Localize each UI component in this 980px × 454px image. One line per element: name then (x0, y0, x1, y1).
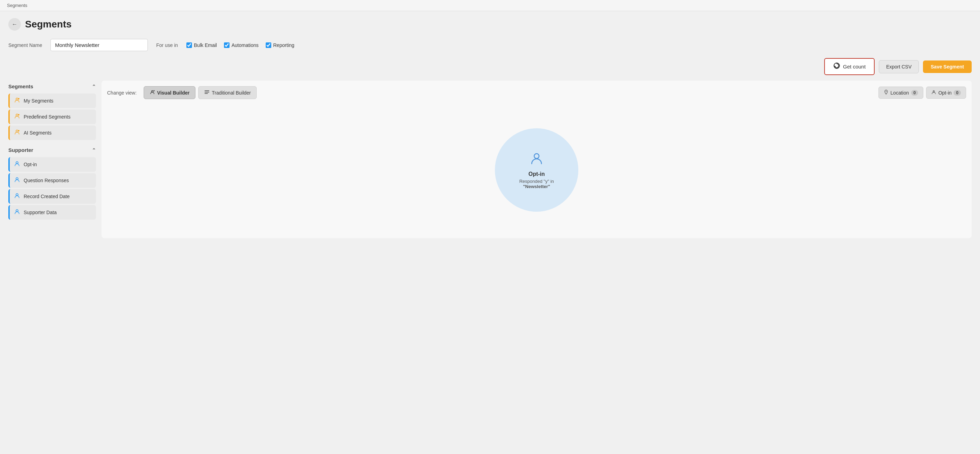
bulk-email-check[interactable] (186, 43, 192, 48)
optin-badge-icon (931, 90, 936, 95)
location-count: 0 (911, 90, 918, 95)
sidebar: Segments ⌃ My Segments (8, 81, 99, 238)
traditional-builder-icon (204, 89, 210, 96)
view-toggle-row: Change view: Visual Builder (107, 86, 966, 99)
sidebar-section-supporter: Supporter ⌃ (8, 146, 96, 154)
sidebar-item-question-responses-label: Question Responses (24, 178, 69, 183)
action-row: Get count Export CSV Save Segment (8, 58, 972, 75)
sidebar-item-question-responses[interactable]: Question Responses (8, 173, 96, 188)
location-label: Location (891, 90, 909, 95)
sidebar-item-my-segments[interactable]: My Segments (8, 94, 96, 108)
traditional-builder-button[interactable]: Traditional Builder (198, 86, 257, 99)
view-buttons: Visual Builder Traditional Builder (144, 86, 257, 99)
visual-builder-icon (150, 89, 155, 96)
automations-checkbox[interactable]: Automations (224, 43, 259, 48)
back-button[interactable]: ← (8, 18, 21, 30)
breadcrumb-segments: Segments (7, 3, 27, 8)
reporting-label: Reporting (274, 43, 294, 48)
visual-builder-label: Visual Builder (157, 90, 189, 95)
sidebar-item-record-created-date[interactable]: Record Created Date (8, 189, 96, 204)
sidebar-item-opt-in-label: Opt-in (24, 162, 37, 167)
layout-row: Segments ⌃ My Segments (8, 81, 972, 238)
export-csv-button[interactable]: Export CSV (879, 60, 919, 73)
bulk-email-checkbox[interactable]: Bulk Email (186, 43, 217, 48)
svg-point-8 (16, 178, 18, 180)
my-segments-icon (14, 97, 20, 105)
sidebar-item-opt-in[interactable]: Opt-in (8, 157, 96, 172)
sidebar-item-record-created-date-label: Record Created Date (24, 194, 70, 199)
optin-badge-label: Opt-in (938, 90, 951, 95)
optin-circle-icon (530, 151, 544, 168)
opt-in-icon (14, 160, 20, 168)
segment-name-input[interactable] (51, 39, 148, 51)
svg-point-7 (16, 162, 18, 164)
svg-point-10 (16, 210, 18, 212)
main-area: Change view: Visual Builder (102, 81, 972, 238)
view-toggle-left: Change view: Visual Builder (107, 86, 257, 99)
sidebar-item-my-segments-label: My Segments (24, 98, 54, 103)
ai-segments-icon (14, 129, 20, 137)
refresh-icon (833, 62, 840, 71)
sidebar-section-segments-title: Segments (8, 83, 33, 89)
svg-point-1 (16, 98, 18, 100)
svg-point-9 (16, 194, 18, 196)
svg-point-18 (534, 154, 539, 159)
sidebar-section-supporter-title: Supporter (8, 147, 33, 153)
location-filter-badge[interactable]: Location 0 (878, 87, 924, 99)
reporting-checkbox[interactable]: Reporting (266, 43, 294, 48)
page-title-row: ← Segments (8, 18, 972, 30)
svg-point-16 (885, 91, 886, 92)
predefined-segments-icon (14, 113, 20, 121)
filter-badges: Location 0 Opt-in 0 (878, 87, 966, 99)
page-header-bar: Segments (0, 0, 980, 11)
segment-config-row: Segment Name For use in Bulk Email Autom… (8, 39, 972, 51)
sidebar-item-ai-segments[interactable]: AI Segments (8, 125, 96, 140)
reporting-check[interactable] (266, 43, 271, 48)
automations-label: Automations (232, 43, 259, 48)
svg-point-17 (933, 91, 934, 92)
svg-point-6 (18, 130, 19, 132)
get-count-label: Get count (843, 63, 865, 70)
checkboxes-row: Bulk Email Automations Reporting (186, 43, 294, 48)
optin-circle-title: Opt-in (528, 171, 545, 177)
optin-filter-badge[interactable]: Opt-in 0 (926, 87, 966, 99)
location-icon (884, 90, 889, 95)
svg-point-3 (16, 114, 18, 116)
svg-point-2 (18, 98, 19, 99)
svg-point-5 (16, 130, 18, 132)
visual-builder-canvas: Opt-in Responded "y" in "Newsletter" (107, 108, 966, 233)
optin-circle-desc: Responded "y" in "Newsletter" (519, 179, 554, 189)
chevron-up-icon-supporter: ⌃ (92, 148, 96, 153)
for-use-in-label: For use in (156, 43, 178, 48)
get-count-button[interactable]: Get count (824, 58, 875, 75)
save-segment-button[interactable]: Save Segment (923, 60, 972, 73)
visual-builder-button[interactable]: Visual Builder (144, 86, 196, 99)
automations-check[interactable] (224, 43, 229, 48)
optin-count: 0 (954, 90, 961, 95)
page-title: Segments (25, 19, 72, 30)
svg-point-4 (18, 114, 19, 116)
main-content: ← Segments Segment Name For use in Bulk … (0, 11, 980, 245)
sidebar-item-predefined-segments-label: Predefined Segments (24, 114, 71, 119)
bulk-email-label: Bulk Email (194, 43, 217, 48)
change-view-label: Change view: (107, 90, 137, 95)
sidebar-item-supporter-data[interactable]: Supporter Data (8, 205, 96, 220)
record-created-date-icon (14, 192, 20, 200)
sidebar-item-ai-segments-label: AI Segments (24, 130, 51, 136)
traditional-builder-label: Traditional Builder (212, 90, 251, 95)
svg-point-12 (153, 90, 154, 91)
chevron-up-icon: ⌃ (92, 84, 96, 89)
sidebar-item-predefined-segments[interactable]: Predefined Segments (8, 110, 96, 124)
segment-name-label: Segment Name (8, 43, 42, 48)
supporter-data-icon (14, 209, 20, 216)
sidebar-item-supporter-data-label: Supporter Data (24, 210, 57, 215)
sidebar-section-segments: Segments ⌃ (8, 82, 96, 91)
optin-circle: Opt-in Responded "y" in "Newsletter" (495, 128, 578, 212)
question-responses-icon (14, 176, 20, 184)
